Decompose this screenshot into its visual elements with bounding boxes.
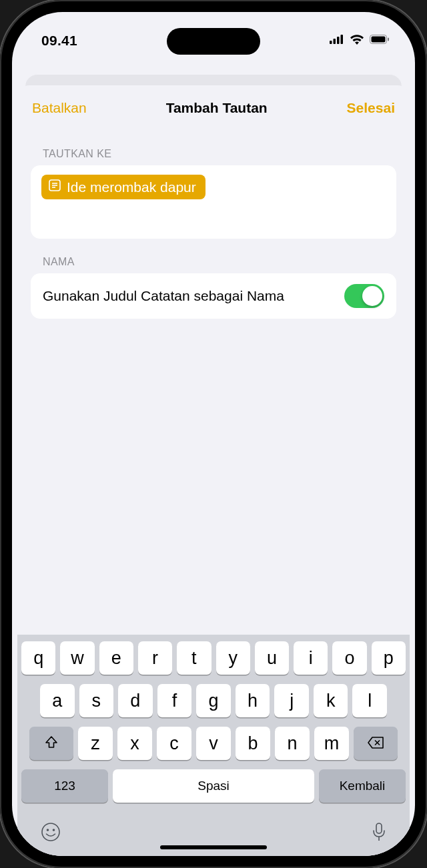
key-l[interactable]: l <box>352 684 387 717</box>
svg-point-15 <box>53 829 55 831</box>
key-y[interactable]: y <box>216 641 250 675</box>
key-h[interactable]: h <box>236 684 270 717</box>
dictation-button[interactable] <box>371 821 387 845</box>
note-icon <box>48 179 61 195</box>
svg-rect-5 <box>372 37 386 43</box>
linked-note-title: Ide merombak dapur <box>67 179 196 195</box>
page-title: Tambah Tautan <box>166 100 268 116</box>
key-a[interactable]: a <box>40 684 75 717</box>
svg-point-13 <box>42 823 59 841</box>
link-to-card[interactable]: Ide merombak dapur <box>31 165 396 239</box>
link-to-section-label: TAUTKAN KE <box>31 131 396 165</box>
key-i[interactable]: i <box>294 641 328 675</box>
name-toggle-row: Gunakan Judul Catatan sebagai Nama <box>31 273 396 319</box>
cellular-icon <box>330 35 344 47</box>
home-indicator[interactable] <box>160 845 267 849</box>
svg-rect-3 <box>341 35 344 44</box>
sheet: Batalkan Tambah Tautan Selesai TAUTKAN K… <box>17 85 410 856</box>
key-o[interactable]: o <box>332 641 366 675</box>
key-m[interactable]: m <box>314 727 349 760</box>
backspace-key[interactable] <box>354 727 398 760</box>
battery-icon <box>370 35 390 47</box>
keyboard-row-1: q w e r t y u i o p <box>21 641 406 675</box>
emoji-button[interactable] <box>40 821 61 845</box>
emoji-icon <box>40 821 61 843</box>
svg-rect-16 <box>376 823 382 833</box>
key-z[interactable]: z <box>78 727 113 760</box>
use-title-as-name-label: Gunakan Judul Catatan sebagai Nama <box>43 287 284 305</box>
key-f[interactable]: f <box>157 684 192 717</box>
linked-note-chip[interactable]: Ide merombak dapur <box>41 175 205 199</box>
toggle-knob <box>362 286 382 306</box>
key-s[interactable]: s <box>79 684 114 717</box>
shift-key[interactable] <box>29 727 73 760</box>
keyboard-row-3: z x c v b n m <box>21 727 406 760</box>
iphone-frame: 09.41 Batalkan Tambah Tautan Selesai <box>0 0 427 868</box>
key-k[interactable]: k <box>314 684 348 717</box>
nav-bar: Batalkan Tambah Tautan Selesai <box>17 85 410 131</box>
shift-icon <box>44 733 59 754</box>
space-key[interactable]: Spasi <box>113 769 314 803</box>
key-e[interactable]: e <box>99 641 133 675</box>
keyboard: q w e r t y u i o p a s d f g h <box>17 635 410 856</box>
status-time: 09.41 <box>41 33 77 49</box>
key-j[interactable]: j <box>274 684 309 717</box>
key-p[interactable]: p <box>372 641 406 675</box>
keyboard-row-2: a s d f g h j k l <box>21 684 406 717</box>
key-g[interactable]: g <box>196 684 231 717</box>
content-area: TAUTKAN KE Ide merombak dapur NAMA Gunak… <box>17 131 410 635</box>
key-d[interactable]: d <box>118 684 153 717</box>
key-q[interactable]: q <box>21 641 55 675</box>
done-button[interactable]: Selesai <box>347 100 395 116</box>
return-key[interactable]: Kembali <box>319 769 406 803</box>
use-title-as-name-toggle[interactable] <box>344 284 384 308</box>
cancel-button[interactable]: Batalkan <box>32 100 87 116</box>
keyboard-bottom-row <box>21 812 406 845</box>
svg-rect-6 <box>388 38 389 41</box>
key-u[interactable]: u <box>255 641 289 675</box>
dynamic-island <box>167 28 260 55</box>
key-x[interactable]: x <box>117 727 152 760</box>
backspace-icon <box>367 733 384 754</box>
key-r[interactable]: r <box>138 641 172 675</box>
key-b[interactable]: b <box>236 727 270 760</box>
svg-rect-0 <box>330 41 332 44</box>
wifi-icon <box>350 34 364 47</box>
microphone-icon <box>371 821 387 843</box>
key-v[interactable]: v <box>196 727 231 760</box>
key-w[interactable]: w <box>60 641 94 675</box>
name-section-label: NAMA <box>31 239 396 273</box>
svg-rect-1 <box>334 39 336 44</box>
key-n[interactable]: n <box>275 727 310 760</box>
numbers-key[interactable]: 123 <box>21 769 108 803</box>
svg-point-14 <box>47 829 49 831</box>
key-t[interactable]: t <box>177 641 211 675</box>
key-c[interactable]: c <box>157 727 191 760</box>
svg-rect-2 <box>337 37 340 44</box>
screen: 09.41 Batalkan Tambah Tautan Selesai <box>12 12 415 856</box>
status-icons <box>330 34 390 47</box>
keyboard-row-4: 123 Spasi Kembali <box>21 769 406 803</box>
